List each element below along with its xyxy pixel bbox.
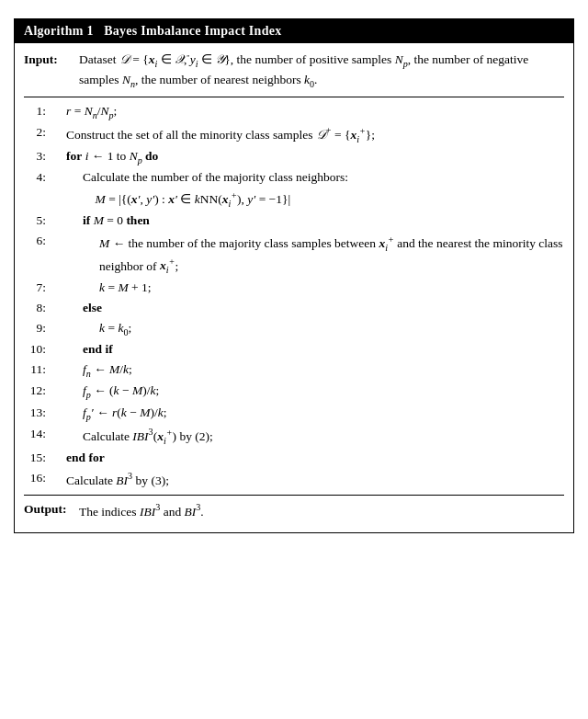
input-label: Input: [24,51,79,70]
algorithm-header: Algorithm 1 Bayes Imbalance Impact Index [15,19,573,43]
line-12: 12: fp ← (k − M)/k; [24,382,564,402]
line-num-3: 3: [24,147,46,166]
line-num-7: 7: [24,279,46,298]
line-num-4: 4: [24,168,46,188]
line-content-4: Calculate the number of the majority cla… [50,168,564,211]
line-16: 16: Calculate BI3 by (3); [24,469,564,490]
algorithm-body: Input: Dataset 𝒟 = {xi ∈ 𝒳, yi ∈ 𝒴}, the… [15,43,573,532]
output-label: Output: [24,500,79,519]
line-num-6: 6: [24,232,46,251]
line-content-16: Calculate BI3 by (3); [50,469,564,490]
line-9: 9: k = k0; [24,319,564,339]
output-content: The indices IBI3 and BI3. [79,500,564,521]
line-num-12: 12: [24,382,46,401]
line-10: 10: end if [24,340,564,360]
line-3: 3: for i ← 1 to Np do [24,147,564,167]
line-content-9: k = k0; [50,319,564,339]
line-6: 6: M ← the number of the majority class … [24,232,564,278]
line-num-8: 8: [24,299,46,318]
algorithm-title: Bayes Imbalance Impact Index [104,24,281,38]
line-content-12: fp ← (k − M)/k; [50,382,564,402]
line-4: 4: Calculate the number of the majority … [24,168,564,211]
line-num-15: 15: [24,449,46,468]
divider-bottom [24,495,564,496]
line-content-11: fn ← M/k; [50,360,564,381]
line-num-16: 16: [24,469,46,488]
output-section: Output: The indices IBI3 and BI3. [24,500,564,521]
line-num-2: 2: [24,123,46,143]
input-section: Input: Dataset 𝒟 = {xi ∈ 𝒳, yi ∈ 𝒴}, the… [24,51,564,92]
line-15: 15: end for [24,449,564,468]
line-content-10: end if [50,340,564,360]
line-1: 1: r = Nn/Np; [24,102,564,122]
line-num-5: 5: [24,211,46,231]
line-num-9: 9: [24,319,46,338]
line-num-1: 1: [24,102,46,121]
input-content: Dataset 𝒟 = {xi ∈ 𝒳, yi ∈ 𝒴}, the number… [79,51,564,92]
line-2: 2: Construct the set of all the minority… [24,123,564,146]
divider-top [24,97,564,97]
line-num-14: 14: [24,425,46,444]
line-num-11: 11: [24,360,46,380]
line-content-8: else [50,299,564,318]
line-5: 5: if M = 0 then [24,211,564,231]
line-8: 8: else [24,299,564,318]
line-num-13: 13: [24,404,46,423]
line-11: 11: fn ← M/k; [24,360,564,381]
line-content-1: r = Nn/Np; [50,102,564,122]
algorithm-container: Algorithm 1 Bayes Imbalance Impact Index… [14,18,574,533]
line-content-2: Construct the set of all the minority cl… [50,123,564,146]
line-14: 14: Calculate IBI3(xi+) by (2); [24,425,564,448]
line-content-3: for i ← 1 to Np do [50,147,564,167]
line-13: 13: fp′ ← r(k − M)/k; [24,404,564,424]
line-content-14: Calculate IBI3(xi+) by (2); [50,425,564,448]
line-num-10: 10: [24,340,46,360]
line-content-5: if M = 0 then [50,211,564,231]
algorithm-number: Algorithm 1 [24,24,94,38]
line-content-6: M ← the number of the majority class sam… [50,232,564,278]
line-content-13: fp′ ← r(k − M)/k; [50,404,564,424]
line-content-7: k = M + 1; [50,279,564,298]
line-content-15: end for [50,449,564,468]
line-7: 7: k = M + 1; [24,279,564,298]
